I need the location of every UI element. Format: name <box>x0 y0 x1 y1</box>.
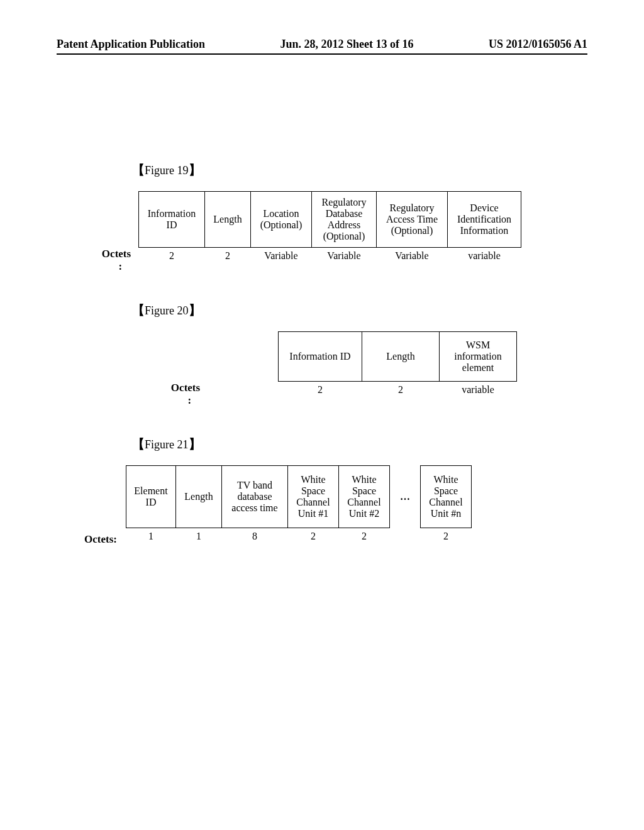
table-value-cell: 2 <box>421 528 472 545</box>
table-value-cell: 2 <box>339 528 390 545</box>
figure-21-block: 【Figure 21】 Octets: ElementIDLengthTV ba… <box>57 436 587 545</box>
figure-21-title: Figure 21 <box>145 438 189 451</box>
figure-20-table: Information IDLengthWSMinformationelemen… <box>278 331 517 398</box>
figure-19-title: Figure 19 <box>145 164 189 177</box>
table-header-cell: WhiteSpaceChannelUnit #n <box>421 466 472 528</box>
patent-page: Patent Application Publication Jun. 28, … <box>0 0 644 830</box>
figure-20-block: 【Figure 20】 Octets : Information IDLengt… <box>57 302 587 398</box>
table-header-cell: RegulatoryDatabaseAddress(Optional) <box>312 192 377 248</box>
table-header-cell: WhiteSpaceChannelUnit #2 <box>339 466 390 528</box>
figure-19-label: 【Figure 19】 <box>132 162 587 179</box>
table-value-cell: variable <box>448 248 521 265</box>
right-bracket-icon: 】 <box>189 163 201 177</box>
table-header-cell: WSMinformationelement <box>440 332 517 382</box>
table-header-cell: DeviceIdentificationInformation <box>448 192 521 248</box>
header-center: Jun. 28, 2012 Sheet 13 of 16 <box>280 38 413 51</box>
left-bracket-icon: 【 <box>132 163 145 177</box>
table-header-cell: InformationID <box>139 192 205 248</box>
octets-label: Octets: <box>75 533 126 546</box>
table-value-cell: 2 <box>139 248 205 265</box>
left-bracket-icon: 【 <box>132 437 145 451</box>
table-value-cell: variable <box>440 382 517 399</box>
table-header-cell: Information ID <box>279 332 362 382</box>
table-value-cell: Variable <box>312 248 377 265</box>
table-header-cell: RegulatoryAccess Time(Optional) <box>377 192 448 248</box>
figure-20-label: 【Figure 20】 <box>132 302 587 319</box>
table-value-cell: 1 <box>176 528 222 545</box>
figure-19-table: InformationIDLengthLocation(Optional)Reg… <box>138 191 521 264</box>
header-right: US 2012/0165056 A1 <box>489 38 587 51</box>
table-header-cell: Length <box>205 192 251 248</box>
figure-21-table: ElementIDLengthTV banddatabaseaccess tim… <box>126 465 472 545</box>
left-bracket-icon: 【 <box>132 303 145 317</box>
figure-21-label: 【Figure 21】 <box>132 436 587 453</box>
right-bracket-icon: 】 <box>189 303 201 317</box>
page-header: Patent Application Publication Jun. 28, … <box>57 38 587 55</box>
table-header-cell: ElementID <box>126 466 176 528</box>
table-value-cell: Variable <box>377 248 448 265</box>
table-header-cell: Location(Optional) <box>251 192 312 248</box>
table-header-cell: Length <box>362 332 440 382</box>
table-value-cell: 2 <box>362 382 440 399</box>
table-value-cell: 2 <box>205 248 251 265</box>
header-left: Patent Application Publication <box>57 38 205 51</box>
figure-19-block: 【Figure 19】 Octets : InformationIDLength… <box>57 162 587 264</box>
table-value-cell <box>390 528 421 545</box>
ellipsis-icon: … <box>390 466 421 528</box>
table-header-cell: TV banddatabaseaccess time <box>222 466 288 528</box>
table-header-cell: Length <box>176 466 222 528</box>
right-bracket-icon: 】 <box>189 437 201 451</box>
table-value-cell: 1 <box>126 528 176 545</box>
figure-20-title: Figure 20 <box>145 304 189 317</box>
table-value-cell: Variable <box>251 248 312 265</box>
octets-label: Octets : <box>164 382 208 407</box>
table-value-cell: 2 <box>279 382 362 399</box>
table-value-cell: 2 <box>288 528 339 545</box>
octets-label: Octets : <box>94 248 138 273</box>
table-value-cell: 8 <box>222 528 288 545</box>
table-header-cell: WhiteSpaceChannelUnit #1 <box>288 466 339 528</box>
